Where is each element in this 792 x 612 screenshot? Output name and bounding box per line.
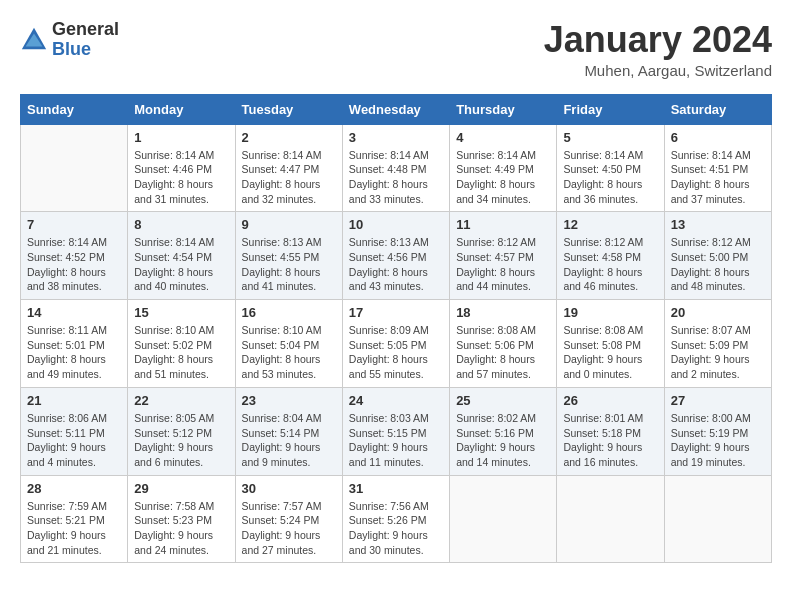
day-info: Sunrise: 8:08 AMSunset: 5:08 PMDaylight:… xyxy=(563,323,657,382)
day-number: 28 xyxy=(27,481,121,496)
day-number: 8 xyxy=(134,217,228,232)
calendar-cell: 3Sunrise: 8:14 AMSunset: 4:48 PMDaylight… xyxy=(342,124,449,212)
day-info: Sunrise: 8:14 AMSunset: 4:49 PMDaylight:… xyxy=(456,148,550,207)
weekday-header-sunday: Sunday xyxy=(21,94,128,124)
day-info: Sunrise: 8:10 AMSunset: 5:02 PMDaylight:… xyxy=(134,323,228,382)
calendar-header: SundayMondayTuesdayWednesdayThursdayFrid… xyxy=(21,94,772,124)
day-info: Sunrise: 7:58 AMSunset: 5:23 PMDaylight:… xyxy=(134,499,228,558)
day-info: Sunrise: 8:08 AMSunset: 5:06 PMDaylight:… xyxy=(456,323,550,382)
calendar-cell: 8Sunrise: 8:14 AMSunset: 4:54 PMDaylight… xyxy=(128,212,235,300)
day-info: Sunrise: 8:10 AMSunset: 5:04 PMDaylight:… xyxy=(242,323,336,382)
calendar-cell: 4Sunrise: 8:14 AMSunset: 4:49 PMDaylight… xyxy=(450,124,557,212)
title-block: January 2024 Muhen, Aargau, Switzerland xyxy=(544,20,772,79)
calendar-cell: 21Sunrise: 8:06 AMSunset: 5:11 PMDayligh… xyxy=(21,387,128,475)
logo: General Blue xyxy=(20,20,119,60)
day-number: 11 xyxy=(456,217,550,232)
day-info: Sunrise: 8:01 AMSunset: 5:18 PMDaylight:… xyxy=(563,411,657,470)
day-number: 22 xyxy=(134,393,228,408)
weekday-header-monday: Monday xyxy=(128,94,235,124)
day-info: Sunrise: 8:14 AMSunset: 4:47 PMDaylight:… xyxy=(242,148,336,207)
calendar-cell: 6Sunrise: 8:14 AMSunset: 4:51 PMDaylight… xyxy=(664,124,771,212)
logo-text: General Blue xyxy=(52,20,119,60)
logo-blue: Blue xyxy=(52,39,91,59)
day-number: 18 xyxy=(456,305,550,320)
day-number: 3 xyxy=(349,130,443,145)
calendar-week-5: 28Sunrise: 7:59 AMSunset: 5:21 PMDayligh… xyxy=(21,475,772,563)
weekday-header-saturday: Saturday xyxy=(664,94,771,124)
calendar-cell xyxy=(21,124,128,212)
weekday-header-friday: Friday xyxy=(557,94,664,124)
calendar-cell: 23Sunrise: 8:04 AMSunset: 5:14 PMDayligh… xyxy=(235,387,342,475)
day-info: Sunrise: 8:13 AMSunset: 4:56 PMDaylight:… xyxy=(349,235,443,294)
logo-general: General xyxy=(52,19,119,39)
calendar-cell: 10Sunrise: 8:13 AMSunset: 4:56 PMDayligh… xyxy=(342,212,449,300)
calendar-week-2: 7Sunrise: 8:14 AMSunset: 4:52 PMDaylight… xyxy=(21,212,772,300)
day-info: Sunrise: 8:06 AMSunset: 5:11 PMDaylight:… xyxy=(27,411,121,470)
day-number: 31 xyxy=(349,481,443,496)
calendar-week-1: 1Sunrise: 8:14 AMSunset: 4:46 PMDaylight… xyxy=(21,124,772,212)
day-number: 30 xyxy=(242,481,336,496)
day-info: Sunrise: 8:14 AMSunset: 4:54 PMDaylight:… xyxy=(134,235,228,294)
weekday-header-thursday: Thursday xyxy=(450,94,557,124)
calendar-cell: 27Sunrise: 8:00 AMSunset: 5:19 PMDayligh… xyxy=(664,387,771,475)
calendar-cell xyxy=(557,475,664,563)
calendar-cell: 11Sunrise: 8:12 AMSunset: 4:57 PMDayligh… xyxy=(450,212,557,300)
day-number: 21 xyxy=(27,393,121,408)
calendar-cell: 16Sunrise: 8:10 AMSunset: 5:04 PMDayligh… xyxy=(235,300,342,388)
day-info: Sunrise: 8:12 AMSunset: 4:57 PMDaylight:… xyxy=(456,235,550,294)
day-info: Sunrise: 7:59 AMSunset: 5:21 PMDaylight:… xyxy=(27,499,121,558)
day-info: Sunrise: 8:12 AMSunset: 5:00 PMDaylight:… xyxy=(671,235,765,294)
day-info: Sunrise: 8:14 AMSunset: 4:52 PMDaylight:… xyxy=(27,235,121,294)
calendar-cell: 13Sunrise: 8:12 AMSunset: 5:00 PMDayligh… xyxy=(664,212,771,300)
day-number: 10 xyxy=(349,217,443,232)
weekday-header-row: SundayMondayTuesdayWednesdayThursdayFrid… xyxy=(21,94,772,124)
weekday-header-tuesday: Tuesday xyxy=(235,94,342,124)
day-info: Sunrise: 8:14 AMSunset: 4:50 PMDaylight:… xyxy=(563,148,657,207)
day-number: 6 xyxy=(671,130,765,145)
calendar-week-4: 21Sunrise: 8:06 AMSunset: 5:11 PMDayligh… xyxy=(21,387,772,475)
day-info: Sunrise: 8:07 AMSunset: 5:09 PMDaylight:… xyxy=(671,323,765,382)
calendar-cell: 19Sunrise: 8:08 AMSunset: 5:08 PMDayligh… xyxy=(557,300,664,388)
day-number: 5 xyxy=(563,130,657,145)
calendar-cell: 2Sunrise: 8:14 AMSunset: 4:47 PMDaylight… xyxy=(235,124,342,212)
day-number: 12 xyxy=(563,217,657,232)
day-number: 17 xyxy=(349,305,443,320)
calendar-cell xyxy=(450,475,557,563)
calendar-cell: 29Sunrise: 7:58 AMSunset: 5:23 PMDayligh… xyxy=(128,475,235,563)
day-info: Sunrise: 8:14 AMSunset: 4:51 PMDaylight:… xyxy=(671,148,765,207)
day-number: 13 xyxy=(671,217,765,232)
day-info: Sunrise: 8:03 AMSunset: 5:15 PMDaylight:… xyxy=(349,411,443,470)
weekday-header-wednesday: Wednesday xyxy=(342,94,449,124)
calendar-cell: 9Sunrise: 8:13 AMSunset: 4:55 PMDaylight… xyxy=(235,212,342,300)
day-number: 29 xyxy=(134,481,228,496)
calendar-body: 1Sunrise: 8:14 AMSunset: 4:46 PMDaylight… xyxy=(21,124,772,563)
day-number: 9 xyxy=(242,217,336,232)
day-number: 7 xyxy=(27,217,121,232)
day-number: 26 xyxy=(563,393,657,408)
calendar-cell: 20Sunrise: 8:07 AMSunset: 5:09 PMDayligh… xyxy=(664,300,771,388)
day-info: Sunrise: 8:11 AMSunset: 5:01 PMDaylight:… xyxy=(27,323,121,382)
day-number: 14 xyxy=(27,305,121,320)
page-header: General Blue January 2024 Muhen, Aargau,… xyxy=(20,20,772,79)
day-info: Sunrise: 8:04 AMSunset: 5:14 PMDaylight:… xyxy=(242,411,336,470)
calendar-cell: 25Sunrise: 8:02 AMSunset: 5:16 PMDayligh… xyxy=(450,387,557,475)
day-number: 25 xyxy=(456,393,550,408)
day-info: Sunrise: 8:02 AMSunset: 5:16 PMDaylight:… xyxy=(456,411,550,470)
day-info: Sunrise: 8:00 AMSunset: 5:19 PMDaylight:… xyxy=(671,411,765,470)
day-number: 2 xyxy=(242,130,336,145)
calendar-cell: 24Sunrise: 8:03 AMSunset: 5:15 PMDayligh… xyxy=(342,387,449,475)
month-title: January 2024 xyxy=(544,20,772,60)
day-number: 15 xyxy=(134,305,228,320)
day-info: Sunrise: 8:14 AMSunset: 4:48 PMDaylight:… xyxy=(349,148,443,207)
calendar-cell: 18Sunrise: 8:08 AMSunset: 5:06 PMDayligh… xyxy=(450,300,557,388)
day-info: Sunrise: 8:05 AMSunset: 5:12 PMDaylight:… xyxy=(134,411,228,470)
day-info: Sunrise: 8:12 AMSunset: 4:58 PMDaylight:… xyxy=(563,235,657,294)
day-info: Sunrise: 7:56 AMSunset: 5:26 PMDaylight:… xyxy=(349,499,443,558)
location-subtitle: Muhen, Aargau, Switzerland xyxy=(544,62,772,79)
day-info: Sunrise: 7:57 AMSunset: 5:24 PMDaylight:… xyxy=(242,499,336,558)
day-number: 19 xyxy=(563,305,657,320)
calendar-cell: 14Sunrise: 8:11 AMSunset: 5:01 PMDayligh… xyxy=(21,300,128,388)
day-number: 27 xyxy=(671,393,765,408)
calendar-week-3: 14Sunrise: 8:11 AMSunset: 5:01 PMDayligh… xyxy=(21,300,772,388)
calendar-cell: 31Sunrise: 7:56 AMSunset: 5:26 PMDayligh… xyxy=(342,475,449,563)
